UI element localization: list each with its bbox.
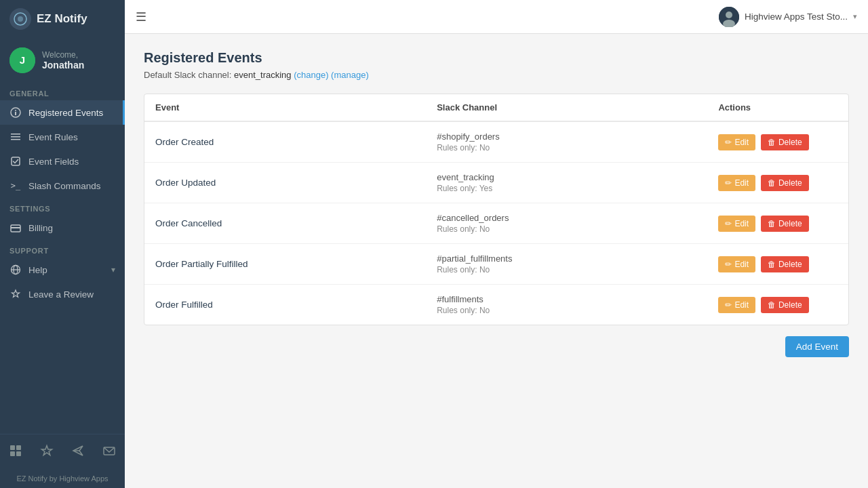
main-content: Registered Events Default Slack channel:… [125, 34, 868, 488]
send-icon[interactable] [66, 441, 90, 464]
section-general: GENERAL [0, 83, 125, 100]
svg-rect-8 [11, 136, 20, 138]
rules-only-value: Rules only: No [437, 306, 696, 315]
change-link[interactable]: (change) [294, 70, 328, 80]
delete-button[interactable]: 🗑 Delete [761, 134, 809, 150]
rules-only-value: Rules only: No [437, 265, 696, 274]
sidebar-item-label: Help [28, 265, 47, 275]
svg-rect-16 [10, 445, 15, 450]
events-table-card: Event Slack Channel Actions Order Create… [144, 94, 849, 325]
globe-icon [9, 264, 22, 276]
account-dropdown[interactable]: Highview Apps Test Sto... ▾ [719, 7, 857, 27]
channel-value: event_tracking [437, 172, 696, 182]
svg-rect-5 [15, 112, 16, 115]
star-bottom-icon[interactable] [35, 441, 59, 464]
svg-rect-19 [16, 451, 21, 456]
app-logo-icon [9, 8, 31, 30]
sidebar-user: J Welcome, Jonathan [0, 38, 125, 83]
svg-point-6 [15, 110, 16, 111]
trash-icon: 🗑 [768, 178, 776, 188]
edit-icon: ✏ [725, 260, 732, 269]
event-name: Order Partially Fulfilled [155, 259, 415, 269]
sidebar-item-event-rules[interactable]: Event Rules [0, 125, 125, 149]
event-name: Order Fulfilled [155, 300, 415, 310]
table-row: Order Updated event_tracking Rules only:… [144, 163, 848, 203]
svg-point-1 [18, 16, 23, 22]
app-name: EZ Notify [37, 12, 87, 26]
account-avatar [719, 7, 739, 27]
sidebar-item-label: Billing [28, 223, 53, 233]
delete-button[interactable]: 🗑 Delete [761, 256, 809, 272]
sidebar-item-leave-review[interactable]: Leave a Review [0, 282, 125, 306]
mail-icon[interactable] [97, 441, 121, 464]
sidebar-footer: EZ Notify by Highview Apps [0, 470, 125, 488]
sidebar-item-event-fields[interactable]: Event Fields [0, 149, 125, 174]
table-row: Order Cancelled #cancelled_orders Rules … [144, 203, 848, 244]
edit-button[interactable]: ✏ Edit [718, 216, 755, 232]
table-row: Order Created #shopify_orders Rules only… [144, 121, 848, 163]
events-table: Event Slack Channel Actions Order Create… [144, 94, 848, 325]
welcome-label: Welcome, [42, 50, 84, 60]
edit-icon: ✏ [725, 178, 732, 188]
section-settings: SETTINGS [0, 198, 125, 216]
edit-button[interactable]: ✏ Edit [718, 134, 755, 150]
delete-button[interactable]: 🗑 Delete [761, 175, 809, 191]
subtitle-prefix: Default Slack channel: [144, 70, 231, 80]
delete-button[interactable]: 🗑 Delete [761, 297, 809, 313]
menu-icon[interactable]: ☰ [136, 9, 146, 24]
svg-text:J: J [20, 54, 25, 66]
account-chevron-icon: ▾ [853, 12, 857, 21]
default-channel: event_tracking [234, 70, 292, 80]
col-header-event: Event [144, 94, 426, 121]
event-name: Order Cancelled [155, 218, 415, 228]
channel-value: #fulfillments [437, 294, 696, 304]
channel-value: #cancelled_orders [437, 213, 696, 223]
sidebar-item-billing[interactable]: Billing [0, 216, 125, 240]
svg-rect-17 [16, 445, 21, 450]
manage-link[interactable]: (manage) [331, 70, 369, 80]
add-event-button[interactable]: Add Event [785, 336, 849, 357]
page-title: Registered Events [144, 50, 849, 66]
svg-point-22 [726, 12, 732, 18]
slash-icon: >_ [9, 180, 22, 192]
col-header-slack-channel: Slack Channel [426, 94, 707, 121]
svg-rect-9 [11, 139, 20, 140]
table-row: Order Fulfilled #fulfillments Rules only… [144, 285, 848, 325]
account-name: Highview Apps Test Sto... [745, 12, 848, 22]
event-name: Order Created [155, 137, 415, 147]
col-header-actions: Actions [707, 94, 848, 121]
sidebar-bottom-nav [0, 434, 125, 470]
sidebar-item-help[interactable]: Help ▾ [0, 258, 125, 282]
chevron-down-icon: ▾ [111, 265, 115, 274]
channel-value: #shopify_orders [437, 131, 696, 142]
sidebar-item-registered-events[interactable]: Registered Events [0, 100, 125, 125]
list-icon [9, 131, 22, 143]
svg-rect-18 [10, 451, 15, 456]
section-support: SUPPORT [0, 240, 125, 258]
dashboard-icon[interactable] [3, 441, 28, 464]
page-subtitle: Default Slack channel: event_tracking (c… [144, 70, 849, 80]
trash-icon: 🗑 [768, 138, 776, 147]
sidebar-item-label: Leave a Review [28, 289, 94, 300]
trash-icon: 🗑 [768, 260, 776, 269]
rules-only-value: Rules only: No [437, 224, 696, 234]
avatar: J [9, 47, 35, 73]
trash-icon: 🗑 [768, 219, 776, 228]
sidebar-item-label: Event Rules [28, 132, 78, 142]
delete-button[interactable]: 🗑 Delete [761, 216, 809, 232]
edit-button[interactable]: ✏ Edit [718, 175, 755, 191]
edit-button[interactable]: ✏ Edit [718, 297, 755, 313]
username-label: Jonathan [42, 60, 84, 70]
add-event-row: Add Event [144, 325, 849, 357]
edit-icon: ✏ [725, 219, 732, 228]
sidebar: EZ Notify J Welcome, Jonathan GENERAL Re… [0, 0, 125, 488]
edit-icon: ✏ [725, 300, 732, 310]
svg-rect-7 [11, 134, 20, 135]
checkmark-icon [9, 155, 22, 167]
star-icon [9, 288, 22, 300]
sidebar-item-slash-commands[interactable]: >_ Slash Commands [0, 174, 125, 198]
sidebar-item-label: Slash Commands [28, 181, 101, 191]
topbar: ☰ Highview Apps Test Sto... ▾ [125, 0, 868, 34]
info-icon [9, 106, 22, 119]
edit-button[interactable]: ✏ Edit [718, 256, 755, 272]
